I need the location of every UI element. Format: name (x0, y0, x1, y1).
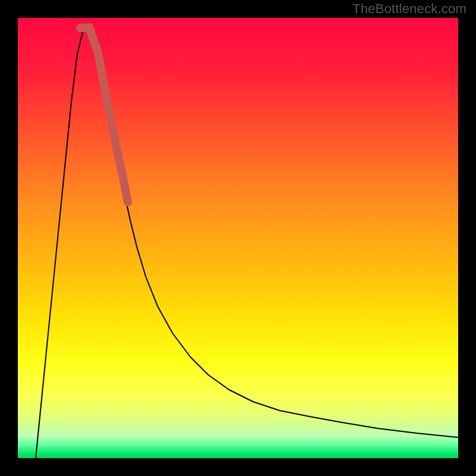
highlight-segment (80, 27, 128, 202)
watermark-label: TheBottleneck.com (352, 1, 466, 17)
plot-area (18, 18, 458, 458)
outline-curve (36, 24, 458, 458)
curve-overlay (18, 18, 458, 458)
